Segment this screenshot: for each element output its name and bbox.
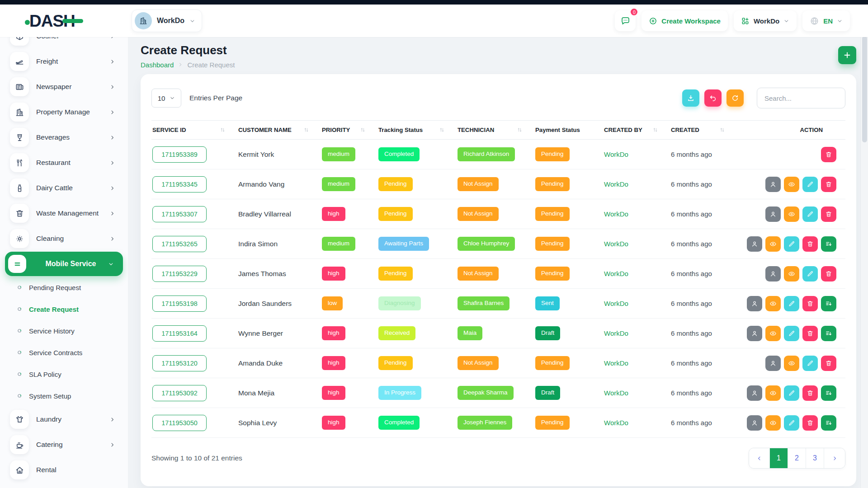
assign-technician-button[interactable] [765,266,781,282]
sidebar-item-restaurant[interactable]: Restaurant [0,150,128,175]
delete-button[interactable] [821,206,836,222]
create-workspace-button[interactable]: Create Workspace [642,10,728,31]
sidebar-item-laundry[interactable]: Laundry [0,407,128,432]
assign-technician-button[interactable] [765,206,781,222]
delete-button[interactable] [802,296,818,311]
service-id-pill[interactable]: 1711953092 [152,385,207,401]
pagination-prev[interactable] [749,448,770,468]
pagination-next[interactable] [824,448,845,468]
service-id-pill[interactable]: 1711953265 [152,236,207,252]
column-header-tracking-status[interactable]: Tracking Status [377,121,457,140]
sidebar-item-beverages[interactable]: Beverages [0,125,128,150]
edit-button[interactable] [802,356,818,371]
edit-button[interactable] [802,177,818,192]
assign-technician-button[interactable] [765,177,781,192]
sidebar-subitem-sla-policy[interactable]: SLA Policy [0,363,128,385]
sort-icon[interactable] [303,127,309,133]
sidebar-subitem-service-history[interactable]: Service History [0,320,128,342]
delete-button[interactable] [821,147,836,162]
assign-technician-button[interactable] [747,415,762,431]
sidebar-item-dairy-cattle[interactable]: Dairy Cattle [0,175,128,201]
language-selector[interactable]: EN [802,10,850,31]
details-list-button[interactable] [821,326,836,341]
delete-button[interactable] [821,266,836,282]
details-list-button[interactable] [821,296,836,311]
service-id-pill[interactable]: 1711953389 [152,146,207,163]
sidebar-item-catering[interactable]: Catering [0,432,128,457]
view-button[interactable] [765,385,781,401]
sidebar-item-newspaper[interactable]: Newspaper [0,74,128,99]
scrollbar-thumb[interactable] [862,36,867,142]
service-id-pill[interactable]: 1711953120 [152,355,207,371]
assign-technician-button[interactable] [747,236,762,252]
assign-technician-button[interactable] [747,326,762,341]
sort-icon[interactable] [220,127,226,133]
service-id-pill[interactable]: 1711953307 [152,206,207,222]
export-download-button[interactable] [682,89,699,107]
view-button[interactable] [784,356,799,371]
edit-button[interactable] [784,415,799,431]
view-button[interactable] [765,236,781,252]
edit-button[interactable] [784,296,799,311]
sidebar-subitem-service-contracts[interactable]: Service Contracts [0,342,128,363]
assign-technician-button[interactable] [747,296,762,311]
sidebar-item-mobile-service[interactable]: Mobile Service [5,252,123,276]
view-button[interactable] [784,177,799,192]
edit-button[interactable] [784,385,799,401]
sidebar-item-cleaning[interactable]: Cleaning [0,226,128,251]
delete-button[interactable] [821,177,836,192]
sidebar-item-rental[interactable]: Rental [0,457,128,483]
view-button[interactable] [765,415,781,431]
details-list-button[interactable] [821,385,836,401]
workspace-menu-button[interactable]: WorkDo [734,10,797,31]
entries-per-page-select[interactable]: 10 [151,89,181,108]
delete-button[interactable] [802,415,818,431]
service-id-pill[interactable]: 1711953050 [152,415,207,431]
sort-icon[interactable] [439,127,445,133]
column-header-service-id[interactable]: SERVICE ID [151,121,237,140]
column-header-technician[interactable]: TECHNICIAN [457,121,534,140]
pagination-page-2[interactable]: 2 [788,448,806,468]
column-header-priority[interactable]: PRIORITY [321,121,377,140]
sidebar-item-property-manage[interactable]: Property Manage [0,99,128,125]
sort-icon[interactable] [360,127,366,133]
sidebar-subitem-system-setup[interactable]: System Setup [0,385,128,407]
refresh-button[interactable] [726,89,744,107]
view-button[interactable] [784,266,799,282]
breadcrumb-dashboard-link[interactable]: Dashboard [141,61,174,69]
edit-button[interactable] [784,236,799,252]
details-list-button[interactable] [821,415,836,431]
delete-button[interactable] [821,356,836,371]
edit-button[interactable] [802,206,818,222]
column-header-created-by[interactable]: CREATED BY [603,121,670,140]
messages-button[interactable]: 0 [615,10,636,31]
edit-button[interactable] [784,326,799,341]
service-id-pill[interactable]: 1711953198 [152,296,207,312]
sidebar-item-waste-management[interactable]: Waste Management [0,201,128,226]
delete-button[interactable] [802,385,818,401]
delete-button[interactable] [802,326,818,341]
service-id-pill[interactable]: 1711953229 [152,266,207,282]
sidebar-subitem-create-request[interactable]: Create Request [0,298,128,320]
details-list-button[interactable] [821,236,836,252]
search-input[interactable] [757,88,845,108]
sidebar-item-freight[interactable]: Freight [0,49,128,74]
assign-technician-button[interactable] [747,385,762,401]
sort-icon[interactable] [517,127,523,133]
workspace-switcher[interactable]: WorkDo [132,9,202,32]
sort-icon[interactable] [719,127,725,133]
service-id-pill[interactable]: 1711953345 [152,176,207,192]
view-button[interactable] [765,296,781,311]
delete-button[interactable] [802,236,818,252]
assign-technician-button[interactable] [765,356,781,371]
pagination-page-3[interactable]: 3 [806,448,824,468]
sort-icon[interactable] [652,127,658,133]
edit-button[interactable] [802,266,818,282]
column-header-created[interactable]: CREATED [670,121,737,140]
service-id-pill[interactable]: 1711953164 [152,325,207,342]
view-button[interactable] [765,326,781,341]
undo-button[interactable] [704,89,722,107]
sidebar-subitem-pending-request[interactable]: Pending Request [0,277,128,298]
page-scrollbar[interactable] [860,5,868,488]
add-request-button[interactable] [838,46,856,64]
